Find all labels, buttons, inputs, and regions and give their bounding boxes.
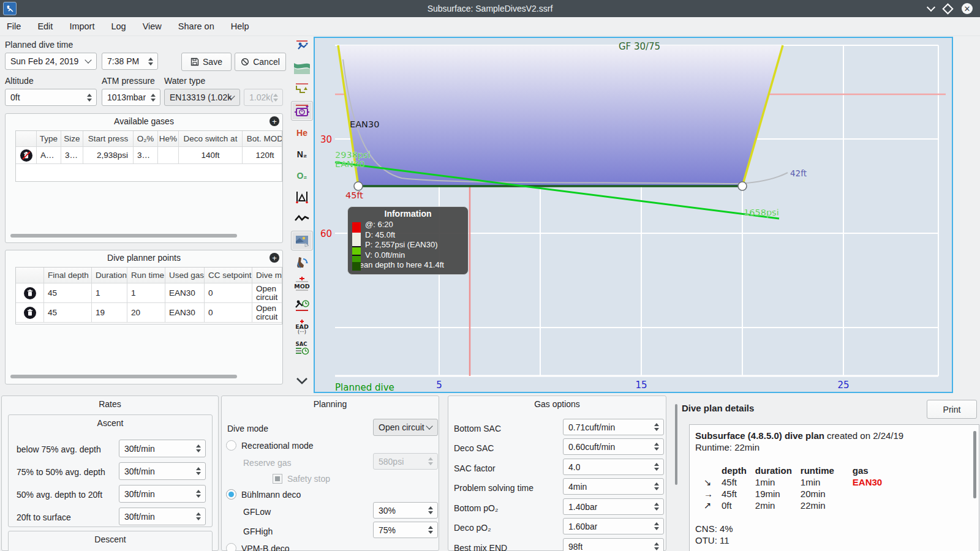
tooltip-mean-depth: mean depth to here 41.4ft (353, 260, 468, 271)
gflow-label: GFLow (243, 507, 271, 517)
col-type: Type (37, 131, 61, 147)
close-icon[interactable]: ✕ (962, 3, 973, 14)
gas-start-press[interactable]: 2,938psi (83, 147, 134, 164)
scroll-down-icon[interactable] (292, 372, 312, 390)
profile-toolbar: He N₂ O₂ MOD EAD(···) SAC (290, 37, 314, 393)
ead-icon[interactable]: EAD(···) (292, 318, 312, 336)
gas-he[interactable] (158, 147, 179, 164)
diver-icon[interactable] (292, 37, 312, 55)
bottom-po2-spinner[interactable]: 1.40bar (563, 498, 664, 515)
helium-graph-icon[interactable]: He (292, 124, 312, 142)
problem-solving-time-spinner[interactable]: 4min (563, 478, 664, 495)
menu-share-on[interactable]: Share on (178, 21, 214, 31)
points-hscrollbar[interactable] (10, 375, 237, 378)
deco-sac-spinner[interactable]: 0.60cuft/min (563, 438, 664, 455)
rate-spinner-3[interactable]: 30ft/min (119, 485, 206, 503)
mod-icon[interactable]: MOD (292, 275, 312, 293)
ndl-icon[interactable] (292, 296, 312, 315)
plan-row: → 45ft 19min 20min (704, 488, 891, 500)
point-mode[interactable]: Open circuit (252, 303, 282, 323)
profile-handle-start[interactable] (354, 182, 363, 190)
point-duration[interactable]: 1 (92, 283, 127, 303)
gases-hscrollbar[interactable] (10, 234, 237, 238)
gfhigh-spinner[interactable]: 75% (373, 522, 438, 538)
sac-factor-spinner[interactable]: 4.0 (563, 459, 664, 475)
point-mode[interactable]: Open circuit (252, 283, 282, 303)
level-arrow: → (704, 488, 722, 500)
setpoint-icon[interactable] (291, 101, 313, 121)
best-mix-end-spinner[interactable]: 98ft (563, 538, 664, 551)
rate-label: 75% to 50% avg. depth (17, 467, 105, 477)
photos-icon[interactable] (291, 231, 313, 250)
add-gas-button[interactable]: + (270, 116, 279, 126)
dive-profile-chart[interactable]: GF 30/75 30 60 5 15 25 EAN30 2938psi EAN… (314, 37, 953, 393)
segment-gas-label: EAN30 (350, 119, 379, 129)
gas-size[interactable]: 3… (61, 147, 83, 164)
water-type-select[interactable]: EN13319 (1.02k (164, 89, 240, 106)
gas-type[interactable]: A… (37, 147, 61, 164)
point-runtime[interactable]: 1 (127, 283, 165, 303)
atm-pressure-spinner[interactable]: 1013mbar (102, 89, 160, 106)
oxygen-graph-icon[interactable]: O₂ (292, 167, 312, 185)
start-pressure-label: 2938psi (335, 150, 371, 160)
gas-o2[interactable]: 3… (134, 147, 158, 164)
add-point-button[interactable]: + (270, 253, 279, 263)
deco-sac-label: Deco SAC (454, 443, 494, 453)
rate-spinner-4[interactable]: 30ft/min (119, 508, 206, 525)
print-button[interactable]: Print (927, 400, 977, 419)
vpmb-deco-radio[interactable] (226, 543, 236, 551)
delete-point-icon[interactable] (24, 287, 36, 299)
profile-handle-end[interactable] (738, 182, 747, 190)
tissue-saturation-icon[interactable] (292, 188, 312, 206)
menu-import[interactable]: Import (69, 21, 94, 31)
rate-spinner-1[interactable]: 30ft/min (119, 440, 206, 457)
save-button[interactable]: Save (181, 53, 232, 71)
dive-mode-select[interactable]: Open circuit (373, 419, 438, 436)
point-depth[interactable]: 45 (44, 303, 92, 323)
atm-pressure-label: ATM pressure (102, 76, 155, 86)
window-title: Subsurface: SampleDivesV2.ssrf (0, 4, 980, 13)
date-select[interactable]: Sun Feb 24, 2019 (5, 53, 97, 70)
ascent-title: Ascent (9, 415, 212, 428)
menu-file[interactable]: File (7, 21, 21, 31)
tooltip-pressure: P: 2,557psi (EAN30) (365, 240, 468, 250)
point-setpoint[interactable]: 0 (205, 283, 252, 303)
gflow-spinner[interactable]: 30% (373, 502, 438, 519)
rates-panel: Rates Ascent below 75% avg. depth 30ft/m… (1, 395, 219, 551)
col-start-press: Start press (83, 131, 134, 147)
deco-po2-spinner[interactable]: 1.60bar (563, 518, 664, 534)
best-mix-end-label: Best mix END (454, 543, 507, 551)
point-runtime[interactable]: 20 (127, 303, 165, 323)
gas-bot-mod[interactable]: 120ft (243, 147, 282, 164)
buhlmann-deco-radio[interactable] (226, 489, 236, 500)
dive-plan-text[interactable]: Subsurface (4.8.5.0) dive plan created o… (689, 424, 979, 551)
maximize-icon[interactable] (942, 3, 953, 14)
gas-change-icon[interactable] (292, 253, 312, 272)
gas-deco-switch[interactable]: 140ft (179, 147, 243, 164)
time-spinner[interactable]: 7:38 PM (102, 53, 158, 70)
bottom-sac-spinner[interactable]: 0.71cuft/min (563, 419, 664, 435)
point-depth[interactable]: 45 (44, 283, 92, 303)
time-tick-5: 5 (436, 380, 442, 391)
menu-edit[interactable]: Edit (37, 21, 53, 31)
recreational-mode-radio[interactable] (226, 440, 236, 451)
calculated-ceiling-icon[interactable] (292, 80, 312, 98)
altitude-spinner[interactable]: 0ft (5, 89, 97, 106)
menu-view[interactable]: View (143, 21, 162, 31)
delete-gas-icon[interactable] (20, 149, 32, 162)
delete-point-icon[interactable] (24, 307, 36, 319)
sac-icon[interactable]: SAC (292, 339, 312, 358)
nitrogen-graph-icon[interactable]: N₂ (292, 145, 312, 163)
point-gas[interactable]: EAN30 (165, 283, 205, 303)
minimize-icon[interactable] (927, 3, 935, 12)
gas-pressure-icon[interactable] (292, 58, 312, 77)
point-duration[interactable]: 19 (92, 303, 127, 323)
point-gas[interactable]: EAN30 (165, 303, 205, 323)
point-setpoint[interactable]: 0 (205, 303, 252, 323)
menu-help[interactable]: Help (231, 21, 249, 31)
rate-spinner-2[interactable]: 30ft/min (119, 462, 206, 480)
menu-log[interactable]: Log (111, 21, 126, 31)
heart-rate-icon[interactable] (292, 209, 312, 228)
details-vscrollbar[interactable] (973, 431, 976, 498)
cancel-button[interactable]: Cancel (235, 53, 286, 71)
